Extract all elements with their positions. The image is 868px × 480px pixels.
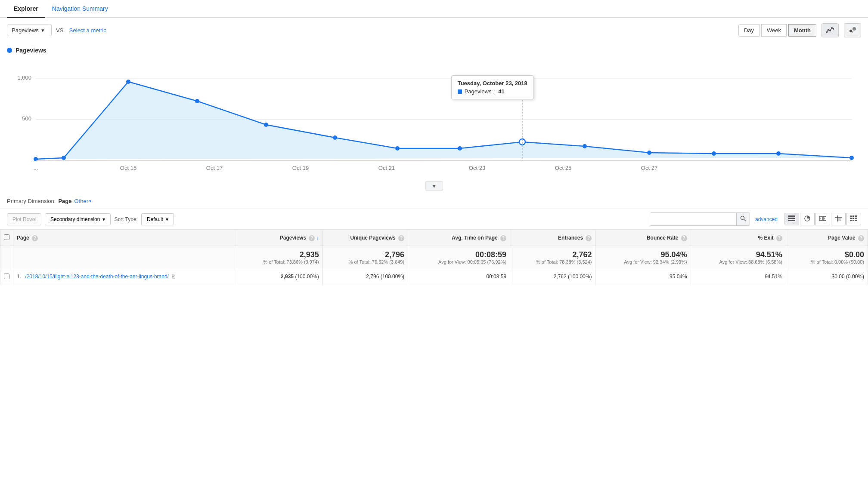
svg-text:Oct 15: Oct 15 (120, 165, 136, 171)
row-avgtime-cell: 00:08:59 (408, 269, 510, 285)
header-avg-time: Avg. Time on Page ? (408, 230, 510, 246)
row-value-pct: (0.00%) (846, 274, 864, 280)
svg-point-6 (852, 27, 856, 31)
pivot-view-icon (835, 215, 842, 222)
svg-point-3 (831, 27, 833, 29)
summary-pageviews-sub: % of Total: 73.86% (3,974) (241, 259, 319, 265)
summary-exit-sub: Avg for View: 88.68% (6.58%) (694, 259, 782, 265)
summary-entrances: 2,762 (514, 250, 592, 259)
legend-label: Pageviews (16, 47, 46, 54)
custom-view-button[interactable] (846, 213, 861, 225)
pct-exit-help-icon[interactable]: ? (776, 235, 782, 241)
summary-value-sub: % of Total: 0.00% ($0.00) (790, 259, 864, 265)
avg-time-help-icon[interactable]: ? (500, 235, 506, 241)
scroll-button-area: ▾ (7, 181, 861, 191)
header-bounce-rate-label: Bounce Rate (647, 235, 678, 241)
chart-area: Pageviews 1,000 500 (0, 43, 868, 191)
svg-rect-57 (855, 218, 857, 219)
summary-pageviews-cell: 2,935 % of Total: 73.86% (3,974) (237, 246, 322, 269)
row-exit: 94.51% (765, 274, 782, 280)
table-controls-bar: Plot Rows Secondary dimension ▾ Sort Typ… (0, 209, 868, 230)
header-page: Page ? (13, 230, 237, 246)
select-all-checkbox[interactable] (4, 234, 9, 240)
svg-point-2 (829, 30, 831, 31)
summary-unique-cell: 2,796 % of Total: 76.62% (3,649) (322, 246, 408, 269)
summary-checkbox-cell (0, 246, 13, 269)
svg-point-26 (776, 151, 781, 156)
top-controls: Pageviews ▾ VS. Select a metric Day Week… (0, 18, 868, 43)
header-pct-exit: % Exit ? (691, 230, 786, 246)
metric-dropdown[interactable]: Pageviews ▾ (7, 25, 52, 36)
select-metric-link[interactable]: Select a metric (69, 27, 106, 34)
svg-rect-58 (850, 220, 852, 221)
bounce-rate-help-icon[interactable]: ? (681, 235, 687, 241)
custom-view-icon (850, 215, 857, 222)
line-chart-button[interactable] (822, 23, 839, 37)
sort-down-icon: ↓ (316, 235, 319, 241)
table-view-button[interactable] (784, 213, 799, 225)
data-table: Page ? Pageviews ? ↓ Unique Pageviews ? … (0, 230, 868, 285)
row-page-cell: 1. /2018/10/15/flight-ei123-and-the-deat… (13, 269, 237, 285)
svg-text:Oct 25: Oct 25 (555, 165, 571, 171)
summary-bounce: 95.04% (599, 250, 687, 259)
bubble-chart-button[interactable] (844, 23, 861, 37)
svg-text:500: 500 (22, 115, 31, 122)
svg-point-23 (583, 144, 587, 148)
table-view-icon (788, 215, 795, 222)
svg-text:Oct 27: Oct 27 (641, 165, 657, 171)
svg-point-20 (395, 146, 400, 151)
tab-navigation-summary[interactable]: Navigation Summary (45, 0, 115, 18)
other-link[interactable]: Other ▾ (74, 198, 92, 204)
copy-icon[interactable]: ⎘ (172, 274, 175, 280)
week-button[interactable]: Week (761, 24, 787, 37)
summary-entrances-sub: % of Total: 78.38% (3,524) (514, 259, 592, 265)
summary-entrances-cell: 2,762 % of Total: 78.38% (3,524) (510, 246, 595, 269)
page-link[interactable]: /2018/10/15/flight-ei123-and-the-death-o… (25, 274, 169, 280)
month-button[interactable]: Month (788, 24, 816, 37)
primary-dim-label: Primary Dimension: (7, 198, 56, 204)
header-pageviews-label: Pageviews (280, 235, 306, 241)
row-unique-pct: (100.00%) (381, 274, 404, 280)
page-value-help-icon[interactable]: ? (858, 235, 864, 241)
comparison-view-button[interactable] (815, 213, 830, 225)
secondary-dimension-button[interactable]: Secondary dimension ▾ (45, 213, 111, 225)
svg-point-18 (264, 123, 268, 127)
sort-type-value: Default (147, 216, 163, 222)
view-buttons (784, 213, 861, 225)
summary-pageviews: 2,935 (241, 250, 319, 259)
bubble-chart-icon (849, 26, 856, 33)
summary-exit-cell: 94.51% Avg for View: 88.68% (6.58%) (691, 246, 786, 269)
day-button[interactable]: Day (738, 24, 760, 37)
sort-type-button[interactable]: Default ▾ (141, 213, 174, 225)
row-value-cell: $0.00 (0.00%) (786, 269, 868, 285)
pageviews-help-icon[interactable]: ? (309, 235, 315, 241)
advanced-link[interactable]: advanced (755, 216, 778, 222)
row-unique-cell: 2,796 (100.00%) (322, 269, 408, 285)
dropdown-arrow-icon: ▾ (41, 27, 44, 34)
svg-rect-41 (788, 215, 795, 217)
right-controls: Day Week Month (738, 23, 861, 37)
scroll-down-button[interactable]: ▾ (425, 181, 443, 191)
header-page-value: Page Value ? (786, 230, 868, 246)
other-dropdown-icon: ▾ (89, 199, 91, 203)
metric-label: Pageviews (12, 27, 39, 34)
header-pct-exit-label: % Exit (758, 235, 774, 241)
entrances-help-icon[interactable]: ? (586, 235, 592, 241)
header-checkbox-col (0, 230, 13, 246)
svg-rect-55 (850, 218, 852, 219)
row-bounce: 95.04% (670, 274, 687, 280)
pivot-view-button[interactable] (831, 213, 846, 225)
chart-container: 1,000 500 (7, 58, 861, 178)
row-checkbox[interactable] (4, 274, 9, 279)
summary-row: 2,935 % of Total: 73.86% (3,974) 2,796 %… (0, 246, 868, 269)
unique-pageviews-help-icon[interactable]: ? (398, 235, 404, 241)
left-controls: Pageviews ▾ VS. Select a metric (7, 25, 106, 36)
svg-point-39 (741, 216, 744, 220)
svg-rect-52 (850, 215, 852, 217)
search-button[interactable] (736, 213, 750, 225)
tab-explorer[interactable]: Explorer (7, 0, 45, 18)
pie-view-button[interactable] (800, 213, 815, 225)
search-input[interactable] (650, 214, 736, 225)
page-help-icon[interactable]: ? (32, 235, 38, 241)
svg-rect-53 (852, 215, 854, 217)
